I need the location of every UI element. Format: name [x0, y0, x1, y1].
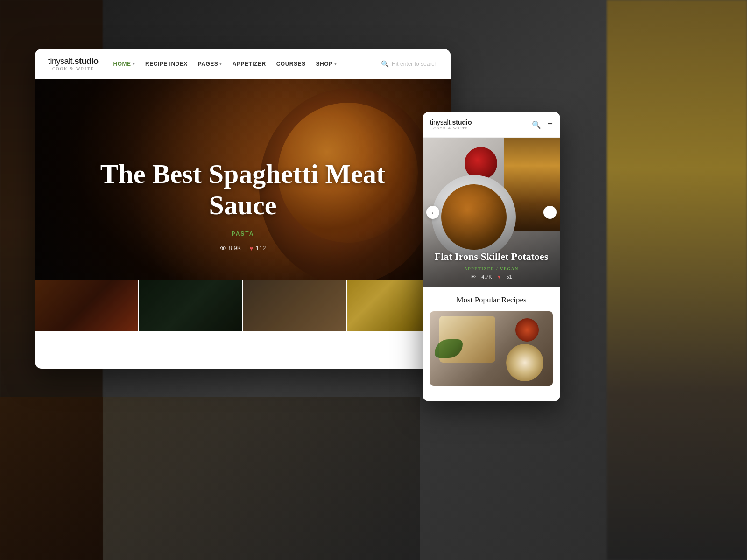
desktop-browser-window: tinysalt.studio COOK & WRITE HOME ▾ RECI… [35, 49, 451, 369]
mobile-search-icon[interactable]: 🔍 [532, 120, 541, 129]
mobile-hero-tags: APPETIZER / VEGAN [432, 266, 551, 271]
mobile-logo[interactable]: tinysalt.studio COOK & WRITE [430, 119, 472, 130]
thumbnail-strip [35, 280, 451, 331]
search-bar[interactable]: 🔍 Hit enter to search [381, 60, 437, 68]
nav-links: HOME ▾ RECIPE INDEX PAGES ▾ APPETIZER CO… [113, 61, 381, 67]
mobile-site-title: tinysalt.studio [430, 119, 472, 126]
search-icon: 🔍 [381, 60, 389, 68]
heart-icon: ♥ [249, 245, 253, 252]
eye-icon: 👁 [220, 245, 226, 252]
mobile-hero-title[interactable]: Flat Irons Skillet Potatoes [432, 251, 551, 263]
chevron-down-icon: ▾ [219, 62, 222, 66]
mobile-tag-vegan[interactable]: VEGAN [500, 266, 519, 271]
popular-greenery [435, 339, 463, 358]
nav-pages[interactable]: PAGES ▾ [198, 61, 222, 67]
search-placeholder: Hit enter to search [392, 61, 437, 67]
nav-courses[interactable]: COURSES [276, 61, 306, 67]
desktop-nav: tinysalt.studio COOK & WRITE HOME ▾ RECI… [35, 49, 451, 79]
mobile-popular-section: Most Popular Recipes [423, 287, 560, 394]
thumbnail-1[interactable] [35, 280, 138, 331]
chevron-down-icon: ▾ [133, 62, 135, 66]
nav-shop[interactable]: SHOP ▾ [316, 61, 337, 67]
thumbnail-2[interactable] [139, 280, 242, 331]
thumbnail-3[interactable] [243, 280, 346, 331]
mobile-prev-arrow[interactable]: ‹ [426, 206, 439, 219]
bg-food-right [607, 0, 747, 560]
nav-recipe-index[interactable]: RECIPE INDEX [145, 61, 188, 67]
mobile-hero-content: Flat Irons Skillet Potatoes APPETIZER / … [423, 241, 560, 287]
nav-appetizer[interactable]: APPETIZER [233, 61, 266, 67]
mobile-tag-separator: / [496, 266, 498, 271]
mobile-eye-icon: 👁 [471, 274, 476, 280]
mobile-hero-slider: Flat Irons Skillet Potatoes APPETIZER / … [423, 138, 560, 287]
mobile-site-subtitle: COOK & WRITE [430, 126, 472, 130]
hero-title[interactable]: The Best Spaghetti Meat Sauce [93, 159, 392, 221]
nav-home[interactable]: HOME ▾ [113, 61, 135, 67]
mobile-menu-icon[interactable]: ≡ [548, 119, 553, 130]
desktop-hero: The Best Spaghetti Meat Sauce PASTA 👁 8.… [35, 79, 451, 331]
popular-recipe-image[interactable] [430, 311, 553, 386]
likes-count: 112 [256, 245, 266, 252]
popular-section-title: Most Popular Recipes [430, 295, 553, 305]
hero-category-tag[interactable]: PASTA [232, 231, 254, 237]
mobile-heart-icon: ♥ [498, 274, 501, 280]
site-title: tinysalt.studio [48, 57, 99, 66]
mobile-tag-appetizer[interactable]: APPETIZER [464, 266, 494, 271]
bg-food-bottom [0, 397, 103, 560]
hero-stats: 👁 8.9K ♥ 112 [220, 245, 266, 252]
mobile-next-arrow[interactable]: › [543, 206, 557, 219]
chevron-down-icon: ▾ [334, 62, 337, 66]
desktop-logo[interactable]: tinysalt.studio COOK & WRITE [48, 57, 99, 71]
views-stat: 👁 8.9K [220, 245, 241, 252]
site-subtitle: COOK & WRITE [48, 66, 99, 71]
mobile-nav-icons: 🔍 ≡ [532, 119, 553, 130]
mobile-hero-stats: 👁 4.7K ♥ 51 [432, 274, 551, 280]
mobile-browser-window: tinysalt.studio COOK & WRITE 🔍 ≡ Flat Ir… [423, 112, 560, 401]
bg-bottom-middle [103, 397, 420, 560]
mobile-likes-count: 51 [506, 274, 512, 280]
mobile-nav: tinysalt.studio COOK & WRITE 🔍 ≡ [423, 112, 560, 138]
popular-sauce-bowl [515, 318, 539, 342]
mobile-views-count: 4.7K [481, 274, 492, 280]
likes-stat: ♥ 112 [249, 245, 266, 252]
views-count: 8.9K [229, 245, 241, 252]
